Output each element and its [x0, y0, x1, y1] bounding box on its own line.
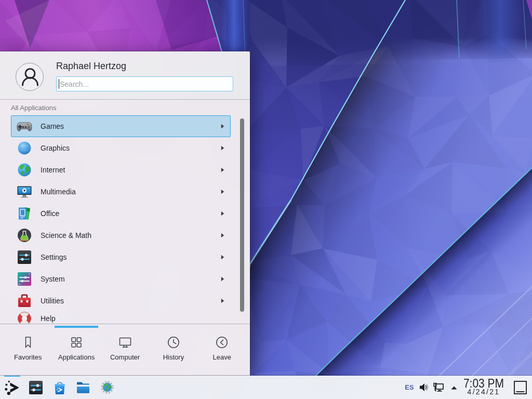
panel-app-web-browser[interactable] — [100, 376, 114, 399]
submenu-arrow-icon — [221, 211, 224, 216]
app-category-office[interactable]: Office — [11, 203, 231, 224]
system-icon — [16, 271, 33, 287]
bottom-panel: ES 7:03 PM 4/24/21 — [0, 376, 532, 399]
internet-globe-icon — [16, 162, 33, 178]
submenu-arrow-icon — [221, 124, 224, 129]
user-avatar[interactable] — [16, 63, 44, 91]
footer-tab-label: Computer — [110, 353, 140, 361]
footer-tab-leave[interactable]: Leave — [198, 324, 246, 376]
app-category-science-math[interactable]: Science & Math — [11, 224, 231, 246]
file-manager-icon — [75, 380, 91, 395]
launcher-header: Raphael Hertzog — [0, 51, 250, 100]
launcher-button[interactable] — [2, 376, 22, 399]
multimedia-icon — [16, 183, 33, 200]
app-category-games[interactable]: Games — [11, 115, 231, 137]
app-category-label: Utilities — [41, 297, 64, 305]
bookmark-icon — [21, 335, 35, 350]
user-name: Raphael Hertzog — [56, 61, 126, 72]
submenu-arrow-icon — [221, 167, 224, 172]
computer-icon — [118, 335, 132, 350]
text-caret — [59, 79, 59, 89]
footer-tab-computer[interactable]: Computer — [101, 324, 149, 376]
submenu-arrow-icon — [221, 255, 224, 260]
web-browser-icon — [100, 380, 114, 394]
list-scrollbar-thumb[interactable] — [240, 118, 244, 312]
app-grid-icon — [69, 335, 84, 350]
app-category-label: System — [41, 275, 65, 283]
app-category-settings[interactable]: Settings — [11, 246, 231, 268]
app-category-label: Settings — [41, 253, 67, 261]
search-input[interactable] — [56, 76, 233, 91]
panel-app-settings[interactable] — [28, 376, 44, 399]
volume-icon — [419, 382, 429, 392]
app-category-label: Office — [41, 209, 59, 218]
app-category-internet[interactable]: Internet — [11, 159, 231, 181]
launcher-footer-tabs: Favorites Applications Computer History … — [0, 324, 250, 376]
utilities-toolbox-icon — [16, 292, 33, 309]
section-label: All Applications — [11, 104, 56, 112]
science-flask-icon — [16, 227, 33, 244]
office-icon — [16, 205, 33, 222]
footer-tab-history[interactable]: History — [149, 324, 197, 376]
submenu-arrow-icon — [221, 298, 224, 303]
app-category-help[interactable]: Help — [11, 308, 231, 324]
network-tray-button[interactable] — [432, 376, 445, 399]
panel-app-software-center[interactable] — [51, 376, 68, 399]
app-category-graphics[interactable]: Graphics — [11, 137, 231, 159]
leave-icon — [215, 335, 229, 350]
keyboard-layout-indicator[interactable]: ES — [404, 376, 415, 399]
gamepad-icon — [16, 118, 33, 135]
app-category-label: Games — [41, 122, 64, 130]
show-desktop-icon — [514, 381, 527, 394]
digital-clock[interactable]: 7:03 PM 4/24/21 — [459, 376, 508, 399]
submenu-arrow-icon — [221, 276, 224, 282]
volume-tray-button[interactable] — [417, 376, 430, 399]
user-avatar-icon — [16, 63, 44, 91]
software-center-icon — [52, 380, 68, 395]
history-clock-icon — [166, 335, 181, 350]
submenu-arrow-icon — [221, 233, 224, 238]
app-category-list: Games Graphics Internet Multimedia Offic… — [0, 115, 250, 324]
submenu-arrow-icon — [221, 189, 224, 194]
app-category-label: Multimedia — [41, 188, 76, 196]
app-category-system[interactable]: System — [11, 268, 231, 290]
graphics-sphere-icon — [16, 140, 33, 156]
app-category-label: Internet — [41, 166, 65, 174]
app-category-label: Help — [41, 314, 56, 323]
footer-tab-favorites[interactable]: Favorites — [4, 324, 52, 376]
footer-tab-label: Leave — [213, 353, 231, 361]
footer-tab-label: Favorites — [14, 353, 42, 361]
app-category-multimedia[interactable]: Multimedia — [11, 181, 231, 203]
footer-tab-applications[interactable]: Applications — [52, 324, 100, 376]
help-lifebuoy-icon — [16, 310, 33, 324]
expand-tray-button[interactable] — [449, 376, 459, 399]
kali-menu-icon — [3, 378, 21, 397]
settings-icon — [16, 249, 33, 265]
app-category-label: Graphics — [41, 144, 70, 152]
application-launcher-menu: Raphael Hertzog All Applications Games G… — [0, 51, 250, 376]
footer-tab-label: Applications — [58, 353, 95, 361]
system-settings-icon — [28, 380, 44, 395]
expand-tray-caret-icon — [450, 385, 458, 390]
show-desktop-button[interactable] — [513, 380, 527, 394]
clock-date: 4/24/21 — [459, 389, 508, 395]
network-icon — [433, 382, 444, 393]
panel-app-file-manager[interactable] — [75, 376, 91, 399]
app-category-label: Science & Math — [41, 231, 91, 240]
submenu-arrow-icon — [221, 145, 224, 151]
footer-tab-label: History — [163, 353, 184, 361]
